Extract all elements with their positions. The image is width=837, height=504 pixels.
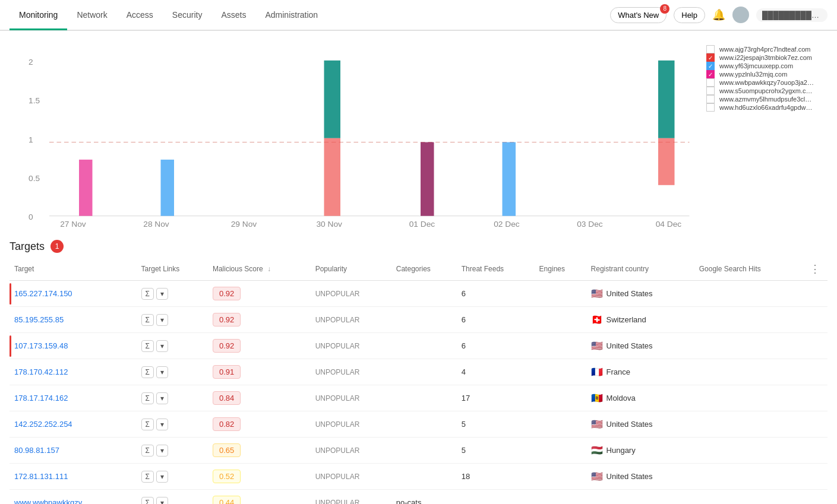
sigma-button[interactable]: Σ: [141, 497, 154, 505]
google-hits-cell: [697, 438, 805, 464]
targets-section: Targets 1 Target Target Links Malicious …: [0, 233, 837, 504]
legend-checkbox[interactable]: ✓: [706, 53, 715, 62]
popularity-cell: UNPOPULAR: [313, 307, 394, 333]
score-badge: 0.44: [213, 496, 241, 504]
sigma-button[interactable]: Σ: [141, 288, 154, 300]
flag-icon: 🇺🇸: [591, 471, 603, 482]
legend-label: www.hd6uzxlo66xadrfu4gpdw4tvn.com: [719, 104, 814, 111]
target-cell: www.wwbpawkkqzy...: [12, 490, 139, 505]
google-hits-cell: [697, 281, 805, 307]
legend-checkbox[interactable]: ✓: [706, 70, 715, 78]
threat-feeds-cell: 5: [459, 411, 537, 438]
sigma-button[interactable]: Σ: [141, 392, 154, 404]
target-cell: 142.252.252.254: [12, 411, 139, 438]
legend-item[interactable]: www.azmvmy5lhmudpsufe3clq7wp.com: [706, 95, 818, 103]
threat-feeds-cell: 6: [459, 333, 537, 359]
legend-checkbox[interactable]: [706, 95, 715, 103]
arrow-button[interactable]: ▾: [156, 471, 168, 483]
score-cell: 0.91: [210, 359, 313, 385]
popularity-cell: UNPOPULAR: [313, 438, 394, 464]
arrow-button[interactable]: ▾: [156, 366, 168, 378]
svg-rect-7: [79, 160, 93, 216]
col-categories[interactable]: Categories: [394, 258, 459, 281]
col-engines[interactable]: Engines: [537, 258, 589, 281]
sigma-button[interactable]: Σ: [141, 366, 154, 378]
arrow-button[interactable]: ▾: [156, 288, 168, 300]
score-cell: 0.92: [210, 333, 313, 359]
google-hits-cell: [697, 307, 805, 333]
legend-item[interactable]: www.s5uompupcrohx2ygxm.com: [706, 87, 818, 95]
threat-feeds-cell: 6: [459, 307, 537, 333]
col-popularity[interactable]: Popularity: [313, 258, 394, 281]
indicator-bar: [10, 492, 11, 505]
legend-checkbox[interactable]: [706, 87, 715, 95]
arrow-button[interactable]: ▾: [156, 340, 168, 352]
engines-cell: [537, 385, 589, 411]
legend-checkbox[interactable]: [706, 45, 715, 53]
legend-item[interactable]: ✓www.i22jespajn3tmbiok7ez.com: [706, 53, 818, 62]
target-links-cell: Σ▾: [139, 281, 210, 307]
legend-item[interactable]: ✓www.ypzlnlu32mjq.com: [706, 70, 818, 78]
legend-checkbox[interactable]: [706, 78, 715, 87]
row-menu-cell: [805, 464, 827, 490]
sigma-button[interactable]: Σ: [141, 340, 154, 352]
arrow-button[interactable]: ▾: [156, 445, 168, 457]
categories-cell: [394, 307, 459, 333]
sigma-button[interactable]: Σ: [141, 314, 154, 326]
arrow-button[interactable]: ▾: [156, 392, 168, 404]
legend-item[interactable]: www.ajg73rgh4prc7lndteaf.com: [706, 45, 818, 53]
legend-label: www.azmvmy5lhmudpsufe3clq7wp.com: [719, 96, 814, 103]
col-target[interactable]: Target: [12, 258, 139, 281]
popularity-cell: UNPOPULAR: [313, 359, 394, 385]
whats-new-button[interactable]: What's New 8: [610, 7, 667, 23]
country-cell: 🇺🇸United States: [589, 464, 697, 490]
indicator-bar: [10, 414, 11, 435]
legend-checkbox[interactable]: ✓: [706, 62, 715, 70]
legend-item[interactable]: ✓www.yf63jmcuuxepp.com: [706, 62, 818, 70]
country-cell: 🇺🇸United States: [589, 281, 697, 307]
legend-label: www.wwbpawkkqzy7ouop3ja2d.com: [719, 79, 814, 86]
col-google-hits[interactable]: Google Search Hits: [697, 258, 805, 281]
svg-rect-8: [161, 160, 175, 216]
bell-icon[interactable]: 🔔: [712, 8, 725, 21]
nav-monitoring[interactable]: Monitoring: [10, 1, 67, 30]
col-target-links[interactable]: Target Links: [139, 258, 210, 281]
nav-access[interactable]: Access: [117, 0, 163, 30]
google-hits-cell: [697, 385, 805, 411]
indicator-bar: [10, 283, 11, 305]
legend-item[interactable]: www.wwbpawkkqzy7ouop3ja2d.com: [706, 78, 818, 87]
nav-security[interactable]: Security: [163, 0, 212, 30]
indicator-bar: [10, 362, 11, 383]
help-button[interactable]: Help: [674, 7, 705, 23]
row-menu-cell: [805, 359, 827, 385]
col-malicious-score[interactable]: Malicious Score ↓: [210, 258, 313, 281]
sigma-button[interactable]: Σ: [141, 445, 154, 457]
table-row: 85.195.255.85Σ▾0.92UNPOPULAR6🇨🇭Switzerla…: [10, 307, 827, 333]
arrow-button[interactable]: ▾: [156, 419, 168, 430]
country-name: United States: [607, 289, 653, 298]
sigma-button[interactable]: Σ: [141, 471, 154, 483]
nav-assets[interactable]: Assets: [211, 0, 255, 30]
flag-icon: 🇭🇺: [591, 445, 603, 456]
popularity-cell: UNPOPULAR: [313, 464, 394, 490]
col-menu: ⋮: [805, 258, 827, 281]
table-menu-icon[interactable]: ⋮: [807, 263, 823, 275]
nav-network[interactable]: Network: [67, 0, 116, 30]
engines-cell: [537, 464, 589, 490]
targets-title: Targets: [10, 240, 45, 253]
score-cell: 0.52: [210, 464, 313, 490]
engines-cell: [537, 307, 589, 333]
country-cell: 🇫🇷France: [589, 359, 697, 385]
sigma-button[interactable]: Σ: [141, 419, 154, 430]
arrow-button[interactable]: ▾: [156, 314, 168, 326]
legend-checkbox[interactable]: [706, 103, 715, 112]
arrow-button[interactable]: ▾: [156, 497, 168, 505]
nav-administration[interactable]: Administration: [255, 0, 327, 30]
col-registrant-country[interactable]: Registrant country: [589, 258, 697, 281]
target-links-cell: Σ▾: [139, 359, 210, 385]
user-name[interactable]: ████████████: [756, 8, 827, 22]
legend-item[interactable]: www.hd6uzxlo66xadrfu4gpdw4tvn.com: [706, 103, 818, 112]
col-threat-feeds[interactable]: Threat Feeds: [459, 258, 537, 281]
categories-cell: [394, 385, 459, 411]
table-row: 142.252.252.254Σ▾0.82UNPOPULAR5🇺🇸United …: [10, 411, 827, 438]
